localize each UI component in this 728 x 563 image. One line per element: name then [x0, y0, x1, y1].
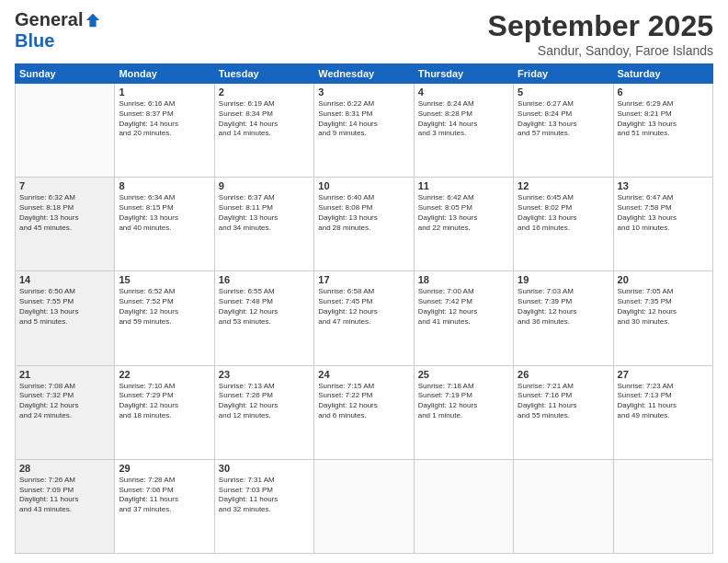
- day-info: Sunrise: 6:47 AM Sunset: 7:58 PM Dayligh…: [618, 193, 709, 233]
- day-info: Sunrise: 6:27 AM Sunset: 8:24 PM Dayligh…: [518, 99, 609, 139]
- day-number: 11: [418, 180, 509, 191]
- day-info: Sunrise: 6:34 AM Sunset: 8:15 PM Dayligh…: [119, 193, 210, 233]
- day-number: 25: [418, 369, 509, 380]
- day-info: Sunrise: 6:22 AM Sunset: 8:31 PM Dayligh…: [318, 99, 409, 139]
- day-number: 14: [19, 274, 110, 285]
- day-number: 15: [119, 274, 210, 285]
- page: General Blue September 2025 Sandur, Sand…: [0, 0, 728, 563]
- svg-marker-0: [86, 13, 99, 26]
- day-number: 4: [418, 86, 509, 98]
- calendar-day-cell: 2Sunrise: 6:19 AM Sunset: 8:34 PM Daylig…: [214, 84, 313, 178]
- calendar-week-row: 21Sunrise: 7:08 AM Sunset: 7:32 PM Dayli…: [16, 365, 713, 459]
- day-number: 9: [219, 180, 310, 191]
- day-info: Sunrise: 6:32 AM Sunset: 8:18 PM Dayligh…: [19, 193, 110, 233]
- calendar-day-cell: 16Sunrise: 6:55 AM Sunset: 7:48 PM Dayli…: [214, 271, 313, 365]
- day-info: Sunrise: 7:13 AM Sunset: 7:26 PM Dayligh…: [219, 382, 310, 421]
- calendar-day-cell: 30Sunrise: 7:31 AM Sunset: 7:03 PM Dayli…: [214, 459, 313, 553]
- calendar-week-row: 7Sunrise: 6:32 AM Sunset: 8:18 PM Daylig…: [16, 178, 713, 271]
- calendar-day-cell: 20Sunrise: 7:05 AM Sunset: 7:35 PM Dayli…: [613, 271, 712, 365]
- calendar-day-cell: 3Sunrise: 6:22 AM Sunset: 8:31 PM Daylig…: [314, 84, 414, 178]
- calendar-day-cell: 19Sunrise: 7:03 AM Sunset: 7:39 PM Dayli…: [514, 271, 613, 365]
- calendar-day-cell: 26Sunrise: 7:21 AM Sunset: 7:16 PM Dayli…: [514, 365, 613, 459]
- calendar-day-cell: [16, 84, 115, 178]
- logo-icon: [85, 12, 101, 29]
- calendar-week-row: 1Sunrise: 6:16 AM Sunset: 8:37 PM Daylig…: [16, 84, 713, 178]
- day-info: Sunrise: 6:37 AM Sunset: 8:11 PM Dayligh…: [219, 193, 310, 233]
- calendar-header-friday: Friday: [514, 64, 613, 84]
- day-info: Sunrise: 7:21 AM Sunset: 7:16 PM Dayligh…: [518, 382, 609, 421]
- calendar-day-cell: 9Sunrise: 6:37 AM Sunset: 8:11 PM Daylig…: [214, 178, 313, 271]
- location-title: Sandur, Sandoy, Faroe Islands: [488, 43, 713, 58]
- calendar-day-cell: 29Sunrise: 7:28 AM Sunset: 7:06 PM Dayli…: [115, 459, 214, 553]
- calendar-week-row: 14Sunrise: 6:50 AM Sunset: 7:55 PM Dayli…: [16, 271, 713, 365]
- calendar-day-cell: 13Sunrise: 6:47 AM Sunset: 7:58 PM Dayli…: [613, 178, 712, 271]
- calendar-day-cell: 25Sunrise: 7:18 AM Sunset: 7:19 PM Dayli…: [414, 365, 513, 459]
- day-info: Sunrise: 7:18 AM Sunset: 7:19 PM Dayligh…: [418, 382, 509, 421]
- day-info: Sunrise: 7:15 AM Sunset: 7:22 PM Dayligh…: [318, 382, 409, 421]
- day-number: 28: [19, 463, 110, 474]
- day-number: 8: [119, 180, 210, 191]
- day-info: Sunrise: 6:29 AM Sunset: 8:21 PM Dayligh…: [618, 99, 709, 139]
- logo: General Blue: [15, 9, 101, 52]
- day-info: Sunrise: 7:26 AM Sunset: 7:09 PM Dayligh…: [19, 476, 110, 515]
- day-number: 22: [119, 369, 210, 380]
- calendar-day-cell: [414, 459, 513, 553]
- day-number: 5: [518, 86, 609, 98]
- day-info: Sunrise: 6:52 AM Sunset: 7:52 PM Dayligh…: [119, 287, 210, 327]
- calendar-day-cell: 27Sunrise: 7:23 AM Sunset: 7:13 PM Dayli…: [613, 365, 712, 459]
- day-number: 10: [318, 180, 409, 191]
- calendar-day-cell: 15Sunrise: 6:52 AM Sunset: 7:52 PM Dayli…: [115, 271, 214, 365]
- day-number: 16: [219, 274, 310, 285]
- day-number: 29: [119, 463, 210, 474]
- calendar-day-cell: 11Sunrise: 6:42 AM Sunset: 8:05 PM Dayli…: [414, 178, 513, 271]
- day-number: 19: [518, 274, 609, 285]
- calendar-header-monday: Monday: [115, 64, 214, 84]
- day-number: 7: [19, 180, 110, 191]
- calendar-header-thursday: Thursday: [414, 64, 513, 84]
- day-info: Sunrise: 6:58 AM Sunset: 7:45 PM Dayligh…: [318, 287, 409, 327]
- day-info: Sunrise: 7:00 AM Sunset: 7:42 PM Dayligh…: [418, 287, 509, 327]
- day-info: Sunrise: 7:05 AM Sunset: 7:35 PM Dayligh…: [618, 287, 709, 327]
- calendar-day-cell: 12Sunrise: 6:45 AM Sunset: 8:02 PM Dayli…: [514, 178, 613, 271]
- calendar-day-cell: 6Sunrise: 6:29 AM Sunset: 8:21 PM Daylig…: [613, 84, 712, 178]
- day-number: 12: [518, 180, 609, 191]
- calendar-day-cell: 23Sunrise: 7:13 AM Sunset: 7:26 PM Dayli…: [214, 365, 313, 459]
- calendar-day-cell: [613, 459, 712, 553]
- calendar-day-cell: 5Sunrise: 6:27 AM Sunset: 8:24 PM Daylig…: [514, 84, 613, 178]
- calendar-day-cell: [314, 459, 414, 553]
- day-info: Sunrise: 6:19 AM Sunset: 8:34 PM Dayligh…: [219, 99, 310, 139]
- calendar-header-saturday: Saturday: [613, 64, 712, 84]
- calendar-header-row: SundayMondayTuesdayWednesdayThursdayFrid…: [16, 64, 713, 84]
- day-number: 2: [219, 86, 310, 98]
- day-info: Sunrise: 7:31 AM Sunset: 7:03 PM Dayligh…: [219, 476, 310, 515]
- day-number: 17: [318, 274, 409, 285]
- title-block: September 2025 Sandur, Sandoy, Faroe Isl…: [488, 9, 713, 58]
- day-info: Sunrise: 6:40 AM Sunset: 8:08 PM Dayligh…: [318, 193, 409, 233]
- calendar-day-cell: 28Sunrise: 7:26 AM Sunset: 7:09 PM Dayli…: [16, 459, 115, 553]
- day-number: 21: [19, 369, 110, 380]
- calendar-day-cell: 24Sunrise: 7:15 AM Sunset: 7:22 PM Dayli…: [314, 365, 414, 459]
- calendar-day-cell: 14Sunrise: 6:50 AM Sunset: 7:55 PM Dayli…: [16, 271, 115, 365]
- day-info: Sunrise: 6:16 AM Sunset: 8:37 PM Dayligh…: [119, 99, 210, 139]
- calendar-header-wednesday: Wednesday: [314, 64, 414, 84]
- calendar-day-cell: 4Sunrise: 6:24 AM Sunset: 8:28 PM Daylig…: [414, 84, 513, 178]
- day-info: Sunrise: 7:08 AM Sunset: 7:32 PM Dayligh…: [19, 382, 110, 421]
- day-number: 1: [119, 86, 210, 98]
- day-info: Sunrise: 6:42 AM Sunset: 8:05 PM Dayligh…: [418, 193, 509, 233]
- day-number: 27: [618, 369, 709, 380]
- day-number: 24: [318, 369, 409, 380]
- month-title: September 2025: [488, 9, 713, 43]
- day-number: 18: [418, 274, 509, 285]
- day-info: Sunrise: 6:55 AM Sunset: 7:48 PM Dayligh…: [219, 287, 310, 327]
- calendar-day-cell: 21Sunrise: 7:08 AM Sunset: 7:32 PM Dayli…: [16, 365, 115, 459]
- calendar-day-cell: 1Sunrise: 6:16 AM Sunset: 8:37 PM Daylig…: [115, 84, 214, 178]
- logo-general-text: General: [15, 9, 83, 30]
- day-number: 26: [518, 369, 609, 380]
- day-info: Sunrise: 6:24 AM Sunset: 8:28 PM Dayligh…: [418, 99, 509, 139]
- day-number: 20: [618, 274, 709, 285]
- calendar-day-cell: 18Sunrise: 7:00 AM Sunset: 7:42 PM Dayli…: [414, 271, 513, 365]
- day-number: 30: [219, 463, 310, 474]
- day-info: Sunrise: 7:10 AM Sunset: 7:29 PM Dayligh…: [119, 382, 210, 421]
- calendar-day-cell: 8Sunrise: 6:34 AM Sunset: 8:15 PM Daylig…: [115, 178, 214, 271]
- day-info: Sunrise: 6:45 AM Sunset: 8:02 PM Dayligh…: [518, 193, 609, 233]
